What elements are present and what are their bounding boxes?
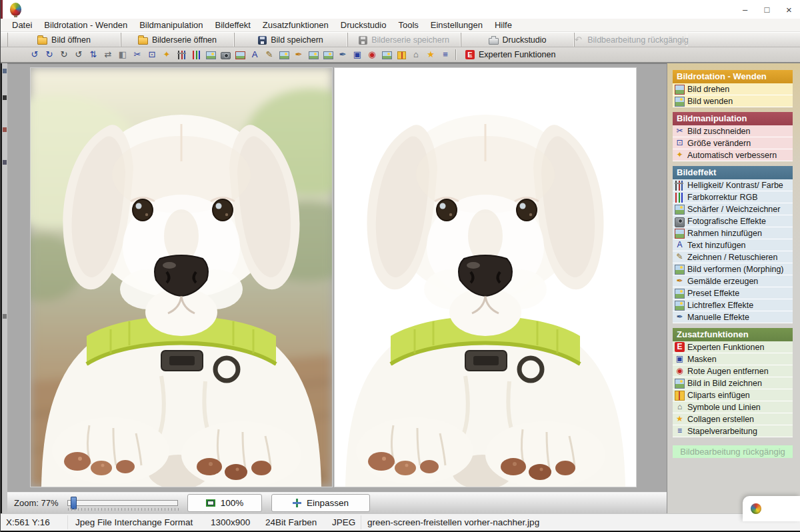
sidebar-item-manuelle-effekte[interactable]: ✒ Manuelle Effekte xyxy=(673,311,793,323)
sharpen-icon[interactable] xyxy=(203,48,218,62)
content-area: Zoom: 77% 100% Einpassen Bildrotation - … xyxy=(1,63,800,513)
sidebar-item-farbkorrektur-rgb[interactable]: Farbkorrektur RGB xyxy=(673,191,793,203)
sidebar-item-text-hinzufuegen[interactable]: A Text hinzufügen xyxy=(673,239,793,251)
batch-icon[interactable]: ≡ xyxy=(438,48,453,62)
close-button[interactable]: × xyxy=(778,0,800,19)
brightness-contrast-icon[interactable] xyxy=(174,48,189,62)
zoom-100-icon xyxy=(206,499,215,507)
panel-header-bildeffekt: Bildeffekt xyxy=(673,166,793,179)
menu-item[interactable]: Datei xyxy=(6,19,38,32)
frame-icon[interactable] xyxy=(233,48,247,62)
zoom-bar: Zoom: 77% 100% Einpassen xyxy=(7,492,667,513)
auto-enhance-icon[interactable]: ✦ xyxy=(159,48,174,62)
menu-item[interactable]: Tools xyxy=(392,19,424,32)
window-controls: – □ × xyxy=(734,0,800,19)
sidebar-item-preset-effekte[interactable]: Preset Effekte xyxy=(673,287,793,299)
sidebar-item-lichtreflex-effekte[interactable]: Lichtreflex Effekte xyxy=(673,299,793,311)
menu-item[interactable]: Bildeffekt xyxy=(209,19,257,32)
sidebar-item-schaerfer-weichzeichner[interactable]: Schärfer / Weichzeichner xyxy=(673,203,793,215)
main-toolbar: Bild öffnen Bilderserie öffnen Bild spei… xyxy=(1,32,800,47)
sidebar-item-symbole-und-linien[interactable]: ⌂ Symbole und Linien xyxy=(673,401,793,413)
sidebar-item-bild-zuschneiden[interactable]: ✂ Bild zuschneiden xyxy=(673,125,793,137)
open-image-series-button[interactable]: Bilderserie öffnen xyxy=(121,33,234,47)
masks-icon[interactable]: ▣ xyxy=(350,48,365,62)
photo-effects-icon[interactable] xyxy=(218,48,233,62)
sidebar-item-collagen-erstellen[interactable]: ★ Collagen erstellen xyxy=(673,413,793,425)
undo-editing-sidebar-button[interactable]: Bildbearbeitung rückgängig xyxy=(673,445,793,458)
sidebar-item-bild-wenden[interactable]: Bild wenden xyxy=(673,95,793,107)
resize-icon[interactable]: ⊡ xyxy=(145,48,159,62)
panel-bildmanipulation: Bildmanipulation ✂ Bild zuschneiden ⊡ Gr… xyxy=(673,112,793,161)
rotate-right-icon[interactable]: ↻ xyxy=(42,48,57,62)
print-studio-button[interactable]: Druckstudio xyxy=(461,33,574,47)
status-divider xyxy=(67,515,68,529)
canvas-column: Zoom: 77% 100% Einpassen xyxy=(7,63,667,513)
minimize-button[interactable]: – xyxy=(734,0,756,19)
zoom-100-button[interactable]: 100% xyxy=(187,494,262,512)
retouch-icon[interactable]: ✎ xyxy=(262,48,277,62)
sidebar-item-bild-drehen[interactable]: Bild drehen xyxy=(673,83,793,95)
manual-effects-icon[interactable]: ✒ xyxy=(335,48,350,62)
sidebar-item-bild-verformen[interactable]: Bild verformen (Morphing) xyxy=(673,263,793,275)
menu-item[interactable]: Bildrotation - Wenden xyxy=(38,19,133,32)
red-eye-icon[interactable]: ◉ xyxy=(365,48,379,62)
status-bar: X:561 Y:16 Jpeg File Interchange Format … xyxy=(1,513,800,532)
save-image-button[interactable]: Bild speichern xyxy=(234,33,347,47)
function-sidebar: Bildrotation - Wenden Bild drehen Bild w… xyxy=(667,63,800,513)
corner-popup xyxy=(743,496,800,521)
maximize-button[interactable]: □ xyxy=(756,0,778,19)
text-icon[interactable]: A xyxy=(247,48,262,62)
menu-item[interactable]: Hilfe xyxy=(489,19,518,32)
menu-item[interactable]: Druckstudio xyxy=(335,19,393,32)
preset-effects-icon[interactable] xyxy=(306,48,321,62)
menu-item[interactable]: Bildmanipulation xyxy=(133,19,209,32)
icon-toolbar-icons: ↺ ↻ ↻ ↺ ⇅ ⇄ xyxy=(27,48,453,62)
open-image-button[interactable]: Bild öffnen xyxy=(7,33,121,47)
expert-functions-button[interactable]: E Experten Funktionen xyxy=(461,50,559,59)
flip-vertical-icon[interactable]: ⇅ xyxy=(86,48,101,62)
fit-to-window-button[interactable]: Einpassen xyxy=(271,494,370,512)
lightreflex-icon[interactable] xyxy=(321,48,335,62)
sidebar-item-gemaelde-erzeugen[interactable]: ✒ Gemälde erzeugen xyxy=(673,275,793,287)
app-window: – □ × Datei Bildrotation - Wenden Bildma… xyxy=(0,0,800,532)
mirror-icon[interactable]: ⇄ xyxy=(101,48,115,62)
sidebar-item-bild-in-bild-zeichnen[interactable]: Bild in Bild zeichnen xyxy=(673,377,793,389)
sidebar-item-experten-funktionen[interactable]: E Experten Funktionen xyxy=(673,341,793,353)
sidebar-item-zeichnen-retuschieren[interactable]: ✎ Zeichnen / Retuschieren xyxy=(673,251,793,263)
symbols-lines-icon[interactable]: ⌂ xyxy=(409,48,423,62)
painting-icon[interactable]: ✒ xyxy=(291,48,306,62)
crop-scissors-icon[interactable]: ✂ xyxy=(130,48,145,62)
panel-header-bildmanipulation: Bildmanipulation xyxy=(673,112,793,125)
perspective-icon[interactable]: ◧ xyxy=(115,48,130,62)
sidebar-item-fotografische-effekte[interactable]: Fotografische Effekte xyxy=(673,215,793,227)
sidebar-item-rote-augen-entfernen[interactable]: ◉ Rote Augen entfernen xyxy=(673,365,793,377)
panel-bildeffekt: Bildeffekt Helligkeit/ Kontrast/ Farbe F… xyxy=(673,166,793,323)
zoom-slider[interactable] xyxy=(67,500,178,506)
status-divider xyxy=(361,515,361,529)
sidebar-item-helligkeit-kontrast-farbe[interactable]: Helligkeit/ Kontrast/ Farbe xyxy=(673,179,793,191)
sidebar-item-rahmen-hinzufuegen[interactable]: Rahmen hinzufügen xyxy=(673,227,793,239)
menu-bar: Datei Bildrotation - Wenden Bildmanipula… xyxy=(1,19,800,32)
rgb-correction-icon[interactable] xyxy=(189,48,203,62)
undo-editing-button[interactable]: ↶ Bildbearbeitung rückgängig xyxy=(574,33,687,47)
sidebar-item-masken[interactable]: ▣ Masken xyxy=(673,353,793,365)
sidebar-item-automatisch-verbessern[interactable]: ✦ Automatisch verbessern xyxy=(673,149,793,161)
sidebar-item-stapelverarbeitung[interactable]: ≡ Stapelverarbeitung xyxy=(673,425,793,437)
cliparts-icon[interactable] xyxy=(394,48,409,62)
morph-icon[interactable] xyxy=(277,48,291,62)
file-name: green-screen-freistellen vorher-nachher.… xyxy=(367,517,539,527)
menu-item[interactable]: Einstellungen xyxy=(425,19,489,32)
sidebar-item-cliparts-einfuegen[interactable]: Cliparts einfügen xyxy=(673,389,793,401)
save-image-series-button[interactable]: Bilderserie speichern xyxy=(347,33,461,47)
image-canvas[interactable] xyxy=(7,63,667,492)
rotate-left-icon[interactable]: ↺ xyxy=(27,48,42,62)
panel-header-bildrotation: Bildrotation - Wenden xyxy=(673,70,793,83)
sidebar-item-groesse-veraendern[interactable]: ⊡ Größe verändern xyxy=(673,137,793,149)
rotate-ccw-icon[interactable]: ↺ xyxy=(71,48,86,62)
menu-item[interactable]: Zusatzfunktionen xyxy=(257,19,335,32)
collage-icon[interactable]: ★ xyxy=(423,48,438,62)
zoom-level-label: Zoom: 77% xyxy=(14,498,62,508)
file-format-name: Jpeg File Interchange Format xyxy=(75,517,193,527)
rotate-cw-icon[interactable]: ↻ xyxy=(57,48,71,62)
picture-in-picture-icon[interactable] xyxy=(379,48,394,62)
